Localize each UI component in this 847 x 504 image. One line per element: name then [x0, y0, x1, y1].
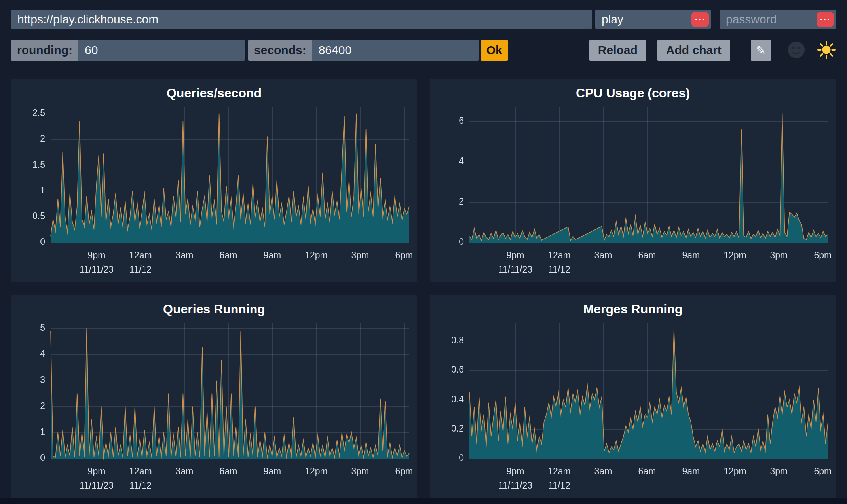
charts-grid: Queries/second CPU Usage (cores) Queries… [11, 79, 836, 498]
edit-charts-button[interactable]: ✎ [751, 40, 771, 61]
cpu-usage-chart[interactable] [430, 101, 836, 282]
seconds-input[interactable] [312, 40, 479, 61]
user-options-button[interactable]: ··· [691, 12, 709, 27]
chart-title: CPU Usage (cores) [430, 85, 836, 101]
ellipsis-dots-icon: ··· [695, 14, 706, 25]
ellipsis-dots-icon: ··· [820, 14, 831, 25]
password-field-wrap: ··· [720, 10, 836, 29]
chart-panel-queries-running: Queries Running [11, 295, 417, 498]
chart-panel-cpu-usage: CPU Usage (cores) [430, 79, 836, 282]
chart-title: Queries/second [11, 85, 417, 101]
bottom-strip [0, 498, 847, 504]
seconds-control: seconds: [248, 40, 479, 61]
rounding-input[interactable] [78, 40, 245, 61]
queries-running-chart[interactable] [11, 317, 417, 498]
rounding-control: rounding: [11, 40, 245, 61]
password-input[interactable] [720, 13, 817, 26]
add-chart-button[interactable]: Add chart [657, 40, 730, 61]
chart-panel-queries-per-second: Queries/second [11, 79, 417, 282]
seconds-label: seconds: [248, 40, 312, 61]
url-input[interactable] [11, 10, 592, 29]
password-options-button[interactable]: ··· [817, 12, 834, 27]
connection-bar: ··· ··· [11, 10, 836, 29]
url-field-wrap [11, 10, 592, 29]
merges-running-chart[interactable] [430, 317, 836, 498]
chart-title: Queries Running [11, 301, 417, 317]
dark-theme-toggle[interactable] [787, 41, 806, 60]
pencil-icon: ✎ [756, 44, 766, 57]
controls-bar: rounding: seconds: Ok Reload Add chart ✎ [11, 40, 836, 61]
chart-panel-merges-running: Merges Running [430, 295, 836, 498]
user-field-wrap: ··· [595, 10, 711, 29]
reload-button[interactable]: Reload [589, 40, 646, 61]
light-theme-toggle[interactable] [817, 41, 836, 60]
chart-title: Merges Running [430, 301, 836, 317]
rounding-label: rounding: [11, 40, 78, 61]
controls-right-group: Reload Add chart ✎ [589, 40, 836, 61]
ok-button[interactable]: Ok [481, 40, 508, 61]
moon-icon [787, 41, 805, 60]
sun-icon [817, 41, 836, 60]
queries-per-second-chart[interactable] [11, 101, 417, 282]
user-input[interactable] [595, 13, 691, 26]
